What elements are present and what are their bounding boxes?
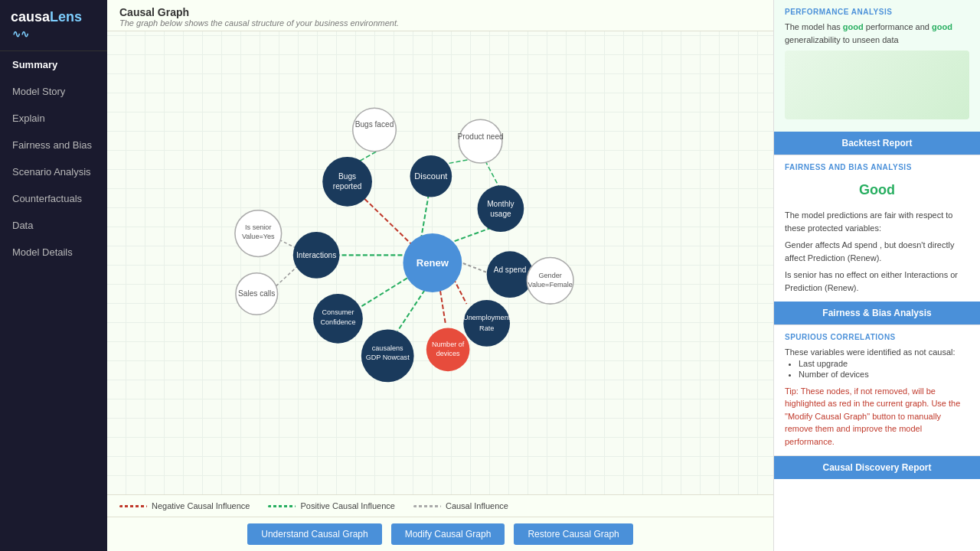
sidebar-item-model-details[interactable]: Model Details bbox=[0, 239, 107, 266]
svg-line-8 bbox=[440, 291, 446, 325]
svg-text:reported: reported bbox=[333, 182, 362, 191]
graph-title: Causal Graph bbox=[119, 6, 761, 18]
legend-neg-line bbox=[119, 505, 147, 507]
svg-text:Value=Female: Value=Female bbox=[528, 281, 573, 289]
legend: Negative Causal Influence Positive Causa… bbox=[107, 494, 773, 517]
svg-text:Interactions: Interactions bbox=[296, 251, 336, 259]
legend-neu-label: Causal Influence bbox=[446, 501, 508, 510]
fairness-desc-3: Is senior has no effect on either Intera… bbox=[785, 269, 969, 294]
svg-text:Renew: Renew bbox=[416, 257, 449, 269]
svg-line-3 bbox=[458, 261, 488, 272]
svg-text:GDP Nowcast: GDP Nowcast bbox=[366, 354, 410, 361]
fairness-title: FAIRNESS AND BIAS ANALYSIS bbox=[785, 163, 969, 171]
svg-text:Consumer: Consumer bbox=[322, 308, 354, 316]
spurious-intro: These variables were identified as not c… bbox=[785, 346, 969, 359]
graph-subtitle: The graph below shows the causal structu… bbox=[119, 18, 761, 28]
backtest-report-button[interactable]: Backtest Report bbox=[774, 132, 980, 155]
svg-line-6 bbox=[453, 279, 466, 304]
perf-good-2: good bbox=[932, 22, 952, 31]
svg-text:usage: usage bbox=[490, 210, 511, 218]
svg-text:Ad spend: Ad spend bbox=[494, 266, 527, 274]
node-monthly-usage[interactable] bbox=[478, 185, 524, 232]
sidebar-item-model-story[interactable]: Model Story bbox=[0, 78, 107, 105]
sidebar-item-summary[interactable]: Summary bbox=[0, 51, 107, 78]
sidebar: causaLens∿∿ Summary Model Story Explain … bbox=[0, 0, 107, 551]
spurious-item-2: Number of devices bbox=[799, 370, 969, 379]
svg-text:Product need: Product need bbox=[458, 132, 504, 141]
svg-line-7 bbox=[397, 290, 424, 331]
node-product-need[interactable] bbox=[459, 119, 502, 163]
understand-causal-graph-button[interactable]: Understand Causal Graph bbox=[247, 523, 381, 545]
svg-line-11 bbox=[485, 161, 499, 187]
spurious-tip: Tip: These nodes, if not removed, will b… bbox=[785, 385, 969, 448]
svg-text:Bugs: Bugs bbox=[338, 172, 356, 181]
fairness-section: FAIRNESS AND BIAS ANALYSIS Good The mode… bbox=[774, 155, 980, 302]
perf-text-2: performance and bbox=[864, 22, 932, 31]
sidebar-item-counterfactuals[interactable]: Counterfactuals bbox=[0, 185, 107, 212]
bottom-buttons: Understand Causal Graph Modify Causal Gr… bbox=[107, 517, 773, 551]
svg-line-13 bbox=[276, 267, 297, 286]
logo-wave: ∿∿ bbox=[12, 28, 29, 40]
legend-neg-label: Negative Causal Influence bbox=[152, 501, 250, 510]
legend-neutral: Causal Influence bbox=[413, 501, 508, 510]
svg-text:Number of: Number of bbox=[432, 341, 465, 348]
perf-text-1: The model has bbox=[785, 22, 843, 31]
spurious-list: Last upgrade Number of devices bbox=[799, 359, 969, 379]
right-panel: PERFORMANCE ANALYSIS The model has good … bbox=[773, 0, 980, 551]
svg-line-1 bbox=[421, 194, 429, 240]
svg-text:Rate: Rate bbox=[479, 324, 494, 332]
svg-line-5 bbox=[357, 275, 413, 310]
legend-neu-line bbox=[413, 505, 441, 507]
node-ad-spend[interactable] bbox=[487, 251, 534, 298]
graph-header: Causal Graph The graph below shows the c… bbox=[107, 0, 773, 31]
svg-text:Confidence: Confidence bbox=[320, 318, 355, 326]
svg-text:Gender: Gender bbox=[538, 272, 561, 279]
legend-pos-label: Positive Causal Influence bbox=[300, 501, 395, 510]
causal-discovery-button[interactable]: Causal Discovery Report bbox=[774, 456, 980, 479]
performance-section: PERFORMANCE ANALYSIS The model has good … bbox=[774, 0, 980, 132]
fairness-desc-1: The model predictions are fair with resp… bbox=[785, 209, 969, 234]
svg-line-2 bbox=[448, 228, 491, 243]
main-content: Causal Graph The graph below shows the c… bbox=[107, 0, 773, 551]
svg-text:Value=Yes: Value=Yes bbox=[242, 233, 275, 240]
svg-text:causalens: causalens bbox=[372, 344, 403, 352]
legend-positive: Positive Causal Influence bbox=[268, 501, 395, 510]
sidebar-item-scenario[interactable]: Scenario Analysis bbox=[0, 158, 107, 185]
logo-area: causaLens∿∿ bbox=[0, 0, 107, 51]
spurious-item-1: Last upgrade bbox=[799, 359, 969, 368]
svg-text:Bugs faced: Bugs faced bbox=[355, 120, 394, 129]
causal-graph-svg: Renew Bugs reported Discount Monthly usa… bbox=[107, 31, 773, 494]
sidebar-item-fairness[interactable]: Fairness and Bias bbox=[0, 132, 107, 158]
svg-text:Monthly: Monthly bbox=[487, 200, 514, 208]
fairness-bias-button[interactable]: Fairness & Bias Analysis bbox=[774, 302, 980, 324]
svg-text:devices: devices bbox=[436, 350, 460, 357]
node-bugs-faced[interactable] bbox=[353, 108, 397, 152]
perf-good-1: good bbox=[843, 22, 864, 31]
svg-line-10 bbox=[446, 160, 467, 164]
modify-causal-graph-button[interactable]: Modify Causal Graph bbox=[391, 523, 505, 545]
svg-text:Sales calls: Sales calls bbox=[238, 289, 275, 298]
fairness-good-label: Good bbox=[785, 176, 969, 204]
sidebar-item-data[interactable]: Data bbox=[0, 212, 107, 239]
node-unemployment-rate[interactable] bbox=[463, 300, 510, 347]
logo: causaLens∿∿ bbox=[11, 9, 82, 41]
node-bugs-reported[interactable] bbox=[322, 157, 372, 207]
graph-area: Renew Bugs reported Discount Monthly usa… bbox=[107, 31, 773, 494]
svg-line-12 bbox=[279, 240, 296, 248]
restore-causal-graph-button[interactable]: Restore Causal Graph bbox=[514, 523, 632, 545]
performance-chart bbox=[785, 51, 969, 119]
svg-text:Is senior: Is senior bbox=[245, 223, 271, 231]
performance-content: The model has good performance and good … bbox=[785, 21, 969, 46]
legend-pos-line bbox=[268, 505, 296, 507]
svg-text:Discount: Discount bbox=[414, 171, 447, 181]
spurious-section: SPURIOUS CORRELATIONS These variables we… bbox=[774, 325, 980, 455]
fairness-desc-2: Gender affects Ad spend , but doesn't di… bbox=[785, 239, 969, 264]
sidebar-item-explain[interactable]: Explain bbox=[0, 105, 107, 132]
spurious-title: SPURIOUS CORRELATIONS bbox=[785, 333, 969, 341]
performance-title: PERFORMANCE ANALYSIS bbox=[785, 8, 969, 16]
svg-text:Unemployment: Unemployment bbox=[463, 314, 511, 321]
perf-text-3: generalizability to unseen data bbox=[785, 35, 899, 44]
legend-negative: Negative Causal Influence bbox=[119, 501, 250, 510]
svg-line-0 bbox=[363, 197, 413, 246]
